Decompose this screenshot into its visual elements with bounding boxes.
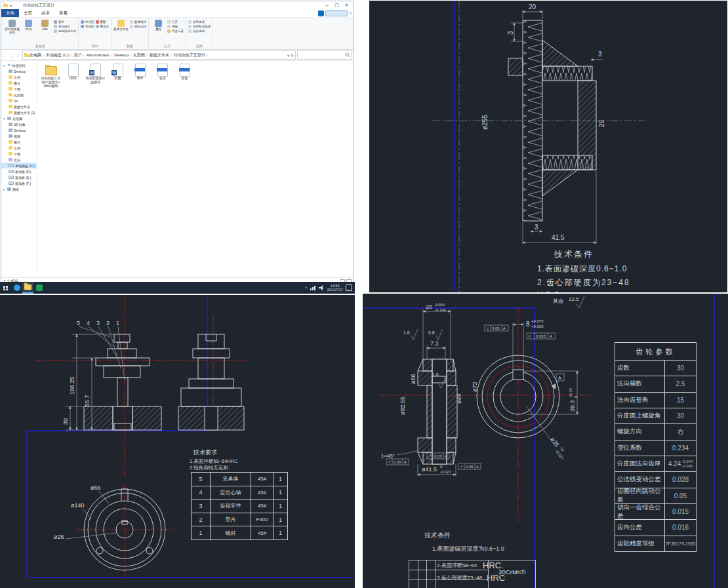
file-item[interactable]: 传动齿轮工艺设计说明文+DWG图纸 (41, 64, 61, 88)
sidebar-item-3d-objects[interactable]: 3D 对象 (1, 121, 37, 127)
volume-icon[interactable] (319, 285, 325, 290)
breadcrumb-disk-c[interactable]: 本地磁盘 (C:) (46, 52, 73, 58)
address-dropdown-icon[interactable]: ▾ (287, 53, 289, 58)
sidebar-item-newfolder2[interactable]: 新建文件夹 (2) (1, 109, 37, 115)
tab-view[interactable]: 查看 (54, 9, 72, 17)
sidebar-item-pc-pictures[interactable]: 图片 (1, 139, 37, 145)
explorer-icon (24, 284, 31, 290)
quick-toolbar-icon[interactable]: ▾ (10, 3, 12, 8)
help-icon[interactable]: ? (349, 11, 352, 16)
cut-button[interactable]: 剪切 (54, 20, 76, 24)
breadcrumb-folder1[interactable]: 丸割图 (133, 52, 149, 58)
folder-icon (9, 81, 12, 85)
new-item-button[interactable]: 新建项目 (130, 20, 146, 24)
minimize-button[interactable]: – (322, 3, 332, 8)
titlebar[interactable]: ▾ 传动齿轮工艺设计 – ▢ ✕ (1, 1, 354, 9)
sidebar-item-disk-d[interactable]: 新加卷 (D:) (1, 168, 37, 174)
svg-text:+0.34: +0.34 (569, 387, 573, 398)
file-item[interactable]: 0001 (63, 64, 83, 88)
sidebar-item-disk-e[interactable]: 新加卷 (E:) (1, 174, 37, 180)
sidebar-item-pc-documents[interactable]: 文档 (1, 145, 37, 151)
action-center-icon[interactable] (346, 284, 352, 291)
taskbar-clock[interactable]: 14:53 2021/7/27 (327, 284, 343, 292)
maximize-button[interactable]: ▢ (332, 3, 342, 8)
file-item[interactable]: 封面 (108, 64, 128, 88)
open-button[interactable]: 打开 (167, 20, 184, 24)
show-hidden-icons[interactable]: ^ (305, 286, 307, 290)
bom-row: 1螺杆 45#1 (192, 526, 287, 539)
move-to-button[interactable]: 移动到 (81, 20, 94, 24)
file-item[interactable]: 传动齿轮设计说明书 (85, 64, 106, 88)
taskbar-green-app[interactable] (33, 282, 45, 294)
sidebar-item-pc-desktop[interactable]: Desktop (1, 127, 37, 133)
properties-button[interactable]: 属性 (151, 19, 166, 31)
copy-button[interactable]: 复制 (21, 19, 36, 31)
breadcrumb-administrator[interactable]: Administrator (87, 53, 113, 57)
breadcrumb-users[interactable]: 用户 (74, 52, 86, 58)
sidebar-item-videos[interactable]: 视频 (1, 133, 37, 139)
select-none-button[interactable]: 全部取消选择 (188, 25, 211, 28)
sidebar-item-rar[interactable]: rar (1, 98, 37, 104)
tab-home[interactable]: 主页 (19, 9, 37, 17)
windows-logo-icon (3, 286, 8, 290)
sidebar-item-pc-downloads[interactable]: 下载 (1, 151, 37, 157)
sidebar-item-downloads[interactable]: 下载 (1, 86, 37, 92)
sidebar-quick-access[interactable]: ▾★快速访问 (1, 62, 37, 68)
back-button[interactable]: ← (3, 53, 8, 58)
sidebar-item-newfolder[interactable]: 新建文件夹 (1, 104, 37, 109)
sidebar-item-wange[interactable]: 丸割图 (1, 92, 37, 98)
breadcrumb-folder2[interactable]: 新建文件夹 (150, 52, 173, 58)
close-button[interactable]: ✕ (342, 3, 352, 8)
copy-path-button[interactable]: 复制路径 (54, 25, 76, 28)
tab-file[interactable]: 文件 (1, 9, 19, 17)
file-item[interactable]: 毛坯 (152, 64, 172, 88)
sidebar-item-desktop[interactable]: Desktop (1, 68, 37, 74)
sidebar-network[interactable]: ▸网络 (1, 186, 37, 192)
tab-share[interactable]: 共享 (37, 9, 54, 17)
select-none-icon (188, 25, 192, 28)
network-icon[interactable] (310, 285, 316, 290)
sidebar-item-pictures[interactable]: 图片 (1, 80, 37, 86)
account-icon[interactable] (318, 10, 324, 16)
sidebar-item-disk-f[interactable]: 新加卷 (F:) (1, 180, 37, 186)
drive-icon (9, 164, 14, 167)
pin-quick-access-button[interactable]: 固定到快速访问 (5, 19, 20, 34)
ribbon-tabs: 文件 主页 共享 查看 ? (1, 9, 354, 18)
select-all-button[interactable]: 全部选择 (188, 20, 211, 24)
rename-button[interactable]: 重命名 (96, 25, 110, 28)
taskbar-browser[interactable] (11, 282, 22, 294)
paste-button[interactable]: 粘贴 (37, 19, 52, 31)
forward-button[interactable]: → (9, 53, 14, 58)
up-button[interactable]: ↑ (16, 53, 21, 58)
history-button[interactable]: 历史记录 (167, 29, 184, 33)
edit-button[interactable]: 编辑 (167, 25, 184, 28)
start-button[interactable] (0, 282, 11, 294)
new-folder-button[interactable]: 新建文件夹 (113, 19, 129, 31)
breadcrumb-current[interactable]: 传动齿轮工艺设计 (174, 52, 209, 58)
breadcrumb-this-pc[interactable]: 此电脑 (30, 52, 45, 58)
table-row: 齿数30 (615, 361, 696, 376)
breadcrumb[interactable]: 此电脑 本地磁盘 (C:) 用户 Administrator Desktop 丸… (22, 50, 296, 60)
paste-shortcut-button[interactable]: 粘贴快捷方式 (54, 29, 76, 33)
invert-selection-button[interactable]: 反向选择 (188, 29, 211, 33)
sidebar-item-disk-c[interactable]: 本地磁盘 (C:) (1, 163, 37, 168)
file-icon (68, 64, 79, 76)
refresh-icon[interactable]: ↻ (291, 53, 294, 58)
sidebar-this-pc[interactable]: ▾此电脑 (1, 115, 37, 121)
file-item[interactable]: 零件 (130, 64, 150, 88)
svg-text:0.03: 0.03 (434, 454, 442, 458)
sidebar-item-music[interactable]: 音乐 (1, 157, 37, 163)
copy-to-button[interactable]: 复制到 (81, 25, 94, 28)
sidebar-item-documents[interactable]: 文档 (1, 74, 37, 80)
delete-button[interactable]: 删除 (96, 20, 110, 24)
bom-row: 2垫片 F30#1 (192, 513, 287, 527)
open-icon (167, 20, 171, 24)
breadcrumb-desktop[interactable]: Desktop (114, 53, 132, 57)
taskbar-file-explorer[interactable] (22, 282, 33, 294)
folder-icon (9, 75, 12, 79)
search-input[interactable] (297, 50, 352, 60)
file-item[interactable]: 齿轮 (174, 64, 195, 88)
account-badge[interactable] (325, 10, 348, 16)
easy-access-button[interactable]: 轻松访问 (130, 25, 146, 28)
ribbon-group-open: 属性 打开 编辑 历史记录 打开 (149, 18, 186, 49)
